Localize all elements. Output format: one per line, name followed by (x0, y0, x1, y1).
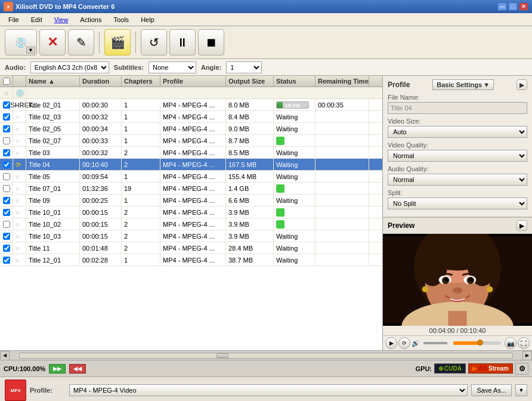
row-chapters: 1 (122, 171, 160, 183)
col-duration[interactable]: Duration (80, 76, 122, 87)
row-checkbox[interactable] (3, 257, 10, 264)
row-checkbox[interactable] (3, 137, 10, 144)
row-profile: MP4 - MPEG-4 ... (160, 206, 226, 218)
row-profile: MP4 - MPEG-4 ... (160, 242, 226, 254)
audio-select[interactable]: English AC3 2ch (0x8 (30, 61, 109, 73)
scroll-left-btn[interactable]: ◀ (0, 351, 10, 360)
pause-btn[interactable]: ⏸ (169, 29, 196, 55)
col-chapters: Chapters (122, 76, 160, 87)
row-checkbox[interactable] (3, 173, 10, 180)
row-checkbox[interactable] (3, 101, 10, 109)
start-btn[interactable]: ↺ (141, 29, 167, 55)
audio-quality-field: Audio Quality: Normal (388, 165, 527, 186)
row-spinner-cell: ○ (13, 99, 26, 111)
table-row[interactable]: ○Title 1100:01:482MP4 - MPEG-4 ...28.4 M… (0, 242, 382, 254)
table-row[interactable]: ○Title 02_0700:00:331MP4 - MPEG-4 ...8.7… (0, 135, 382, 147)
status-green-indicator (276, 220, 284, 229)
menu-tools[interactable]: Tools (107, 15, 135, 24)
stop-btn[interactable]: ⏹ (198, 29, 224, 55)
edit-btn[interactable]: ✎ (68, 29, 94, 55)
menu-file[interactable]: File (2, 15, 25, 24)
video-quality-select[interactable]: Normal (388, 150, 527, 162)
row-duration: 01:32:36 (80, 183, 122, 195)
status-green-indicator (276, 184, 284, 193)
subtitles-select[interactable]: None (149, 61, 196, 73)
table-row[interactable]: ○Title 02_0500:00:341MP4 - MPEG-4 ...9.0… (0, 123, 382, 135)
audio-quality-select[interactable]: Normal (388, 174, 527, 186)
table-row[interactable]: ○Title 0500:09:541MP4 - MPEG-4 ...155.4 … (0, 171, 382, 183)
add-file-btn[interactable]: 💿 ▼ (5, 29, 37, 55)
cpu-btn1[interactable]: ▶▶ (49, 364, 66, 374)
settings-btn[interactable]: ⚙ (515, 363, 528, 375)
angle-select[interactable]: 1 (226, 61, 262, 73)
table-row[interactable]: ○Title 07_0101:32:3619MP4 - MPEG-4 ...1.… (0, 183, 382, 195)
row-duration: 00:00:15 (80, 206, 122, 218)
stream-btn[interactable]: ▶ ATi Stream (468, 363, 513, 374)
preview-snapshot-btn[interactable]: 📷 (505, 337, 516, 349)
col-profile[interactable]: Profile (160, 76, 226, 87)
profile-select[interactable]: MP4 - MPEG-4 Video (69, 384, 468, 396)
preview-seek-slider[interactable] (453, 341, 501, 345)
folder-row[interactable]: ○ 💿 E:[SHREK... (0, 87, 382, 99)
cuda-btn[interactable]: ⊛ CUDA (434, 363, 466, 374)
row-check-cell (0, 135, 13, 147)
row-checkbox[interactable] (3, 209, 10, 216)
preview-play-btn[interactable]: ▶ (385, 337, 397, 349)
row-checkbox[interactable] (3, 233, 10, 240)
video-size-select[interactable]: Auto (388, 126, 527, 138)
table-row[interactable]: ○Title 0300:00:322MP4 - MPEG-4 ...8.5 MB… (0, 147, 382, 159)
preview-controls: ▶ ⟳ 🔊 📷 ⛶ (383, 335, 532, 350)
row-check-cell (0, 242, 13, 254)
table-row[interactable]: ○Title 02_0100:00:301MP4 - MPEG-4 ...8.0… (0, 99, 382, 111)
maximize-btn[interactable]: □ (508, 2, 518, 11)
basic-settings-btn[interactable]: Basic Settings ▼ (432, 79, 494, 90)
row-checkbox[interactable] (3, 197, 10, 204)
scroll-track[interactable] (19, 353, 513, 359)
split-select[interactable]: No Split (388, 198, 527, 209)
volume-slider[interactable] (423, 342, 447, 344)
scroll-right-btn[interactable]: ▶ (522, 351, 532, 360)
row-checkbox[interactable] (3, 125, 10, 132)
close-btn[interactable]: ✕ (519, 2, 528, 11)
menu-help[interactable]: Help (135, 15, 160, 24)
row-status: Waiting (274, 230, 316, 242)
file-name-input[interactable] (388, 102, 527, 114)
minimize-btn[interactable]: — (497, 2, 507, 11)
select-all-checkbox[interactable] (3, 78, 10, 85)
preview-rewind-btn[interactable]: ⟳ (398, 337, 410, 349)
menu-edit[interactable]: Edit (25, 15, 48, 24)
table-row[interactable]: ○Title 0900:00:251MP4 - MPEG-4 ...6.6 MB… (0, 195, 382, 206)
table-row[interactable]: ○Title 02_0300:00:321MP4 - MPEG-4 ...8.4… (0, 111, 382, 123)
row-checkbox[interactable] (3, 149, 10, 156)
table-row[interactable]: ○Title 12_0100:02:281MP4 - MPEG-4 ...38.… (0, 254, 382, 266)
bottom-bar: MP4 Profile: MP4 - MPEG-4 Video Save As.… (0, 377, 532, 401)
row-checkbox[interactable] (3, 245, 10, 252)
table-row[interactable]: ○Title 10_0200:00:152MP4 - MPEG-4 ...3.9… (0, 218, 382, 230)
row-spinner-cell: ○ (13, 206, 26, 218)
save-as-split-btn[interactable]: ▼ (515, 384, 527, 396)
expand-panel-btn[interactable]: ▶ (516, 79, 527, 90)
row-remaining (316, 159, 369, 171)
row-check-cell (0, 183, 13, 195)
row-spinner-cell: ○ (13, 123, 26, 135)
table-row[interactable]: ⟳Title 0400:10:402MP4 - MPEG-4 ...167.5 … (0, 159, 382, 171)
row-checkbox[interactable] (3, 113, 10, 121)
svg-rect-8 (448, 311, 466, 326)
row-status: Waiting (274, 171, 316, 183)
save-as-btn[interactable]: Save As... (471, 384, 512, 396)
row-checkbox[interactable] (3, 185, 10, 192)
row-checkbox[interactable] (3, 161, 10, 168)
cpu-btn2[interactable]: ◀◀ (69, 364, 86, 374)
preview-expand-btn[interactable]: ▶ (516, 220, 527, 231)
row-checkbox[interactable] (3, 221, 10, 228)
table-row[interactable]: ○Title 10_0100:00:152MP4 - MPEG-4 ...3.9… (0, 206, 382, 218)
scroll-thumb[interactable] (216, 353, 228, 358)
remove-btn[interactable]: ✕ (39, 29, 66, 55)
menu-view[interactable]: View (48, 15, 75, 24)
col-name[interactable]: Name ▲ (26, 76, 80, 87)
convert-btn[interactable]: 🎬 (104, 29, 131, 55)
preview-fullscreen-btn[interactable]: ⛶ (518, 337, 530, 349)
file-rows-container: ○Title 02_0100:00:301MP4 - MPEG-4 ...8.0… (0, 99, 382, 266)
menu-actions[interactable]: Actions (74, 15, 107, 24)
table-row[interactable]: ○Title 10_0300:00:152MP4 - MPEG-4 ...3.9… (0, 230, 382, 242)
